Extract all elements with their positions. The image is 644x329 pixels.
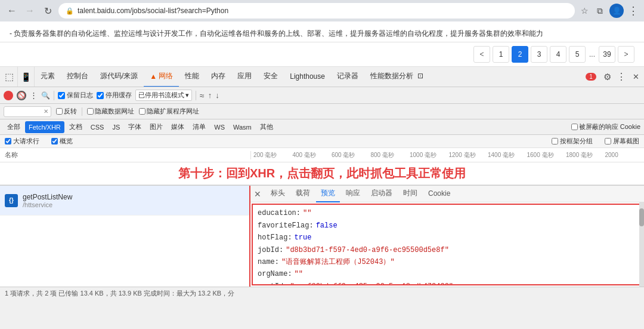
throttle-select[interactable]: 已停用书流模式 ▾ [135,90,192,101]
devtools-inspect-icon[interactable]: ⬚ [1,67,18,87]
table-row[interactable]: {} getPostListNew /httservice [0,186,249,216]
page-1-button[interactable]: 1 [493,46,509,63]
large-rows-checkbox[interactable]: 大请求行 [5,137,39,146]
filter-type-js[interactable]: JS [109,121,123,133]
tab-performance[interactable]: 性能 [179,67,205,87]
filter-type-bar: 全部 Fetch/XHR 文档 CSS JS 字体 图片 媒体 清单 WS Wa… [0,119,644,135]
response-panel: ✕ 标头 载荷 预览 响应 启动器 时间 Cookie education: "… [250,186,644,287]
response-line-favoriteFlag: favoriteFlag: false [258,220,637,232]
status-bar: 1 项请求，共 2 项 已传输 13.4 KB，共 13.9 KB 完成时间：最… [0,287,644,300]
response-tab-headers[interactable]: 标头 [266,186,290,202]
settings-icon[interactable]: ⋮ [627,5,639,17]
response-key: jobId: [258,244,283,256]
nav-refresh-button[interactable]: ↻ [41,4,55,18]
filter-type-manifest[interactable]: 清单 [189,121,209,133]
filter-input-wrap[interactable]: ✕ [4,106,51,117]
page-2-button[interactable]: 2 [512,46,528,63]
prev-page-button[interactable]: < [473,46,490,63]
devtools-settings-button[interactable]: ⚙ [600,70,614,84]
devtools-error-badge: 1 [586,73,596,81]
upload-icon[interactable]: ↑ [208,91,212,100]
response-tab-payload[interactable]: 载荷 [291,186,315,202]
disable-cache-checkbox[interactable]: 停用缓存 [97,91,132,100]
response-key: orgName: [258,268,292,280]
filter-type-other[interactable]: 其他 [256,121,277,133]
request-item-name: getPostListNew [23,193,72,201]
extension-icon[interactable]: ⧉ [594,5,606,17]
tab-elements[interactable]: 元素 [35,67,61,87]
response-line-hotFlag: hotFlag: true [258,232,637,244]
response-tab-bar: ✕ 标头 载荷 预览 响应 启动器 时间 Cookie [250,186,644,202]
tab-application[interactable]: 应用 [231,67,258,87]
address-bar[interactable]: 🔒 talent.baidu.com/jobs/social-list?sear… [58,3,575,19]
filter-type-fetch-xhr[interactable]: Fetch/XHR [25,121,64,133]
filter-type-font[interactable]: 字体 [125,121,145,133]
page-4-button[interactable]: 4 [550,46,566,63]
tab-console[interactable]: 控制台 [61,67,94,87]
response-key: postId: [258,281,287,286]
toolbar-divider-2 [196,91,196,100]
next-page-button[interactable]: > [618,46,634,63]
nav-forward-button[interactable]: → [23,4,37,18]
clear-button[interactable]: 🚫 [17,91,26,100]
response-tab-preview[interactable]: 预览 [316,186,340,202]
filter-input[interactable] [7,108,42,115]
download-icon[interactable]: ↓ [215,91,219,100]
page-3-button[interactable]: 3 [531,46,547,63]
filter-divider-1 [82,107,82,116]
request-item-details: getPostListNew /httservice [23,193,72,208]
screenshot-label: 屏幕截图 [613,137,639,146]
devtools-close-button[interactable]: ✕ [628,70,643,84]
filter-type-wasm[interactable]: Wasm [230,121,255,133]
timeline-label-1200: 1200 毫秒 [449,151,488,159]
devtools-more-button[interactable]: ⋮ [614,70,628,84]
overview-checkbox[interactable]: 概览 [51,137,73,146]
devtools-tab-bar: ⬚ 📱 元素 控制台 源代码/来源 ▲ 网络 性能 内存 应用 安全 Light… [0,67,644,87]
devtools-device-icon[interactable]: 📱 [18,67,35,87]
scrollbar[interactable] [639,202,644,287]
record-button[interactable] [4,91,13,100]
tab-sources[interactable]: 源代码/来源 [94,67,144,87]
nav-back-button[interactable]: ← [5,4,19,18]
hide-ext-checkbox[interactable]: 隐藏扩展程序网址 [139,107,199,116]
reverse-checkbox[interactable]: 反转 [56,107,77,116]
filter-clear-icon[interactable]: ✕ [44,108,48,115]
tab-performance-insights[interactable]: 性能数据分析 ⊡ [364,67,429,87]
toolbar-divider-1 [54,91,54,100]
reverse-label: 反转 [64,107,77,116]
tab-lighthouse[interactable]: Lighthouse [284,67,331,87]
response-close-button[interactable]: ✕ [253,189,262,199]
blocked-requests-checkbox[interactable]: 被屏蔽的响应 Cookie [571,122,640,131]
step-instruction-text: 第十步：回到XHR，点击翻页，此时抓包工具正常使用 [178,165,466,182]
preserve-log-checkbox[interactable]: 保留日志 [58,91,93,100]
filter-type-image[interactable]: 图片 [146,121,166,133]
tab-recorder[interactable]: 记录器 [331,67,364,87]
tab-security[interactable]: 安全 [258,67,284,87]
page-5-button[interactable]: 5 [569,46,586,63]
screenshot-checkbox[interactable]: 屏幕截图 [605,137,639,146]
filter-type-ws[interactable]: WS [210,121,228,133]
timeline-labels-wrap: 200 毫秒 400 毫秒 600 毫秒 800 毫秒 1000 毫秒 1200… [250,151,644,159]
tab-memory[interactable]: 内存 [205,67,231,87]
by-frame-checkbox[interactable]: 按框架分组 [552,137,593,146]
filter-type-css[interactable]: CSS [87,121,108,133]
bookmark-icon[interactable]: ☆ [578,5,590,17]
wifi-icon[interactable]: ≈ [200,91,205,100]
tab-network[interactable]: ▲ 网络 [144,67,179,87]
page-content: - 负责服务器集群的自动化运维、监控运维与设计开发工作，自动化运维各组件和服务的… [0,21,644,42]
response-tab-cookie[interactable]: Cookie [423,186,455,202]
response-tab-timing[interactable]: 时间 [398,186,422,202]
response-tab-initiator[interactable]: 启动器 [366,186,397,202]
filter-toggle-icon[interactable]: ⋮ [30,91,38,100]
page-39-button[interactable]: 39 [599,46,615,63]
hide-data-urls-checkbox[interactable]: 隐藏数据网址 [87,107,134,116]
scroll-thumb[interactable] [639,208,644,226]
search-toggle-icon[interactable]: 🔍 [41,91,50,100]
response-line-postId: postId: "cacf80bd-ff9a-4S5a-90e5-e18adb4… [258,281,637,286]
filter-type-doc[interactable]: 文档 [66,121,86,133]
filter-type-media[interactable]: 媒体 [168,121,188,133]
profile-icon[interactable]: 👤 [609,4,624,18]
timeline-label-400: 400 毫秒 [293,151,332,159]
filter-type-all[interactable]: 全部 [4,121,24,133]
response-tab-response[interactable]: 响应 [341,186,365,202]
